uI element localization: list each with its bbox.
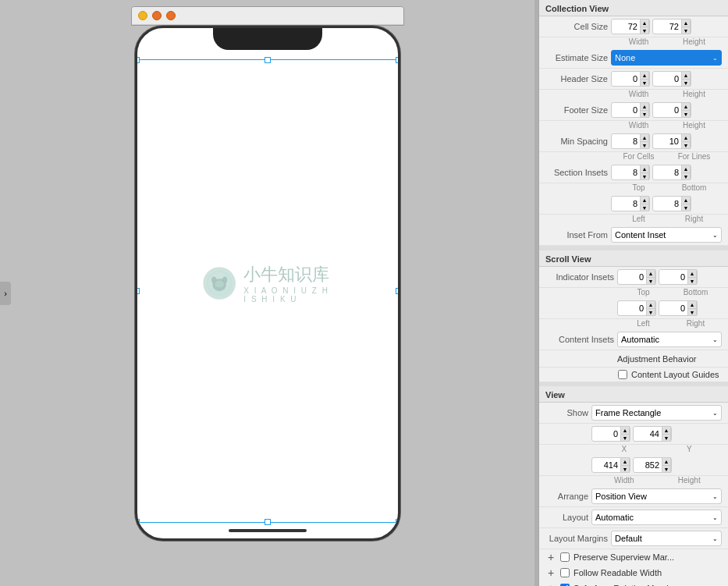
indicator-bottom-field[interactable] (659, 272, 687, 282)
indicator-left-input[interactable]: ▲ ▼ (617, 300, 656, 316)
handle-top-center[interactable] (265, 57, 271, 63)
handle-top-right[interactable] (396, 57, 400, 63)
indicator-top-down[interactable]: ▼ (646, 277, 655, 285)
section-insets-right-field[interactable] (653, 199, 681, 208)
indicator-right-stepper[interactable]: ▲ ▼ (687, 300, 697, 316)
indicator-bottom-up[interactable]: ▲ (687, 269, 697, 277)
layout-margins-dropdown[interactable]: Default ⌄ (611, 531, 722, 546)
header-width-up[interactable]: ▲ (640, 71, 649, 79)
indicator-top-up[interactable]: ▲ (646, 269, 655, 277)
header-width-down[interactable]: ▼ (640, 79, 649, 87)
indicator-right-up[interactable]: ▲ (687, 300, 697, 308)
header-height-down[interactable]: ▼ (681, 79, 691, 87)
section-insets-left-down[interactable]: ▼ (640, 204, 649, 211)
cell-width-input[interactable]: ▲ ▼ (611, 19, 650, 34)
handle-bottom-right[interactable] (396, 519, 400, 525)
size-height-input[interactable]: ▲ ▼ (633, 457, 672, 473)
cell-width-up[interactable]: ▲ (640, 19, 649, 27)
section-insets-top-stepper[interactable]: ▲ ▼ (640, 165, 649, 180)
footer-width-up[interactable]: ▲ (640, 102, 649, 110)
pos-x-field[interactable] (592, 429, 620, 439)
indicator-bottom-stepper[interactable]: ▲ ▼ (687, 269, 697, 285)
size-width-up[interactable]: ▲ (620, 457, 630, 465)
section-insets-right-input[interactable]: ▲ ▼ (652, 196, 691, 211)
indicator-bottom-input[interactable]: ▲ ▼ (659, 269, 698, 285)
content-layout-guides-checkbox[interactable] (618, 370, 627, 379)
traffic-light-maximize[interactable] (152, 11, 162, 20)
preserve-superview-checkbox[interactable] (560, 552, 570, 562)
size-width-field[interactable] (592, 460, 620, 470)
section-insets-right-up[interactable]: ▲ (681, 196, 691, 204)
handle-left-center[interactable] (135, 288, 140, 294)
indicator-bottom-down[interactable]: ▼ (687, 277, 697, 285)
section-insets-left-stepper[interactable]: ▲ ▼ (640, 196, 649, 211)
section-insets-bottom-field[interactable] (653, 168, 681, 177)
min-spacing-lines-input[interactable]: ▲ ▼ (652, 133, 691, 149)
handle-bottom-left[interactable] (135, 519, 140, 525)
follow-readable-width-checkbox[interactable] (560, 568, 570, 577)
inset-from-dropdown[interactable]: Content Inset ⌄ (611, 227, 722, 243)
cell-width-down[interactable]: ▼ (640, 27, 649, 34)
size-width-down[interactable]: ▼ (620, 465, 630, 473)
pos-y-stepper[interactable]: ▲ ▼ (662, 426, 671, 442)
footer-width-input[interactable]: ▲ ▼ (611, 102, 650, 118)
section-insets-top-up[interactable]: ▲ (640, 165, 649, 172)
cell-height-input[interactable]: ▲ ▼ (652, 19, 691, 34)
footer-height-up[interactable]: ▲ (681, 102, 691, 110)
section-insets-bottom-stepper[interactable]: ▲ ▼ (681, 165, 691, 180)
section-insets-top-input[interactable]: ▲ ▼ (611, 165, 650, 180)
indicator-top-input[interactable]: ▲ ▼ (617, 269, 656, 285)
footer-height-input[interactable]: ▲ ▼ (652, 102, 691, 118)
cell-height-down[interactable]: ▼ (681, 27, 691, 34)
size-height-field[interactable] (634, 460, 662, 470)
min-spacing-cells-input[interactable]: ▲ ▼ (611, 133, 650, 149)
section-insets-left-field[interactable] (612, 199, 640, 208)
footer-width-stepper[interactable]: ▲ ▼ (640, 102, 649, 118)
size-width-input[interactable]: ▲ ▼ (591, 457, 630, 473)
pos-y-down[interactable]: ▼ (662, 434, 671, 442)
indicator-right-input[interactable]: ▲ ▼ (659, 300, 698, 316)
header-height-stepper[interactable]: ▲ ▼ (681, 71, 691, 87)
pos-y-input[interactable]: ▲ ▼ (633, 426, 672, 442)
size-width-stepper[interactable]: ▲ ▼ (620, 457, 630, 473)
section-insets-bottom-input[interactable]: ▲ ▼ (652, 165, 691, 180)
indicator-left-down[interactable]: ▼ (646, 308, 655, 316)
pos-x-up[interactable]: ▲ (620, 426, 630, 434)
content-insets-dropdown[interactable]: Automatic ⌄ (617, 332, 722, 347)
section-insets-right-stepper[interactable]: ▲ ▼ (681, 196, 691, 211)
section-insets-top-field[interactable] (612, 168, 640, 177)
indicator-left-field[interactable] (618, 304, 646, 313)
preserve-superview-plus[interactable]: + (545, 552, 556, 563)
indicator-left-stepper[interactable]: ▲ ▼ (646, 300, 655, 316)
section-insets-top-down[interactable]: ▼ (640, 172, 649, 180)
header-width-stepper[interactable]: ▲ ▼ (640, 71, 649, 87)
cell-width-stepper[interactable]: ▲ ▼ (640, 19, 649, 34)
section-insets-left-input[interactable]: ▲ ▼ (611, 196, 650, 211)
pos-x-input[interactable]: ▲ ▼ (591, 426, 630, 442)
sidebar-toggle-arrow[interactable]: › (0, 282, 11, 305)
size-height-down[interactable]: ▼ (662, 465, 671, 473)
pos-x-down[interactable]: ▼ (620, 434, 630, 442)
cell-height-up[interactable]: ▲ (681, 19, 691, 27)
pos-y-up[interactable]: ▲ (662, 426, 671, 434)
indicator-left-up[interactable]: ▲ (646, 300, 655, 308)
size-height-up[interactable]: ▲ (662, 457, 671, 465)
footer-width-down[interactable]: ▼ (640, 110, 649, 118)
section-insets-bottom-down[interactable]: ▼ (681, 172, 691, 180)
handle-bottom-center[interactable] (265, 519, 271, 525)
header-height-field[interactable] (653, 74, 681, 83)
min-spacing-lines-field[interactable] (653, 137, 681, 146)
cell-height-field[interactable] (653, 22, 681, 31)
section-insets-right-down[interactable]: ▼ (681, 204, 691, 211)
cell-height-stepper[interactable]: ▲ ▼ (681, 19, 691, 34)
cell-width-field[interactable] (612, 22, 640, 31)
footer-height-down[interactable]: ▼ (681, 110, 691, 118)
indicator-right-field[interactable] (659, 304, 687, 313)
header-height-up[interactable]: ▲ (681, 71, 691, 79)
pos-x-stepper[interactable]: ▲ ▼ (620, 426, 630, 442)
min-spacing-lines-stepper[interactable]: ▲ ▼ (681, 133, 691, 149)
indicator-top-field[interactable] (618, 272, 646, 282)
footer-width-field[interactable] (612, 105, 640, 115)
header-width-field[interactable] (612, 74, 640, 83)
min-spacing-cells-stepper[interactable]: ▲ ▼ (640, 133, 649, 149)
